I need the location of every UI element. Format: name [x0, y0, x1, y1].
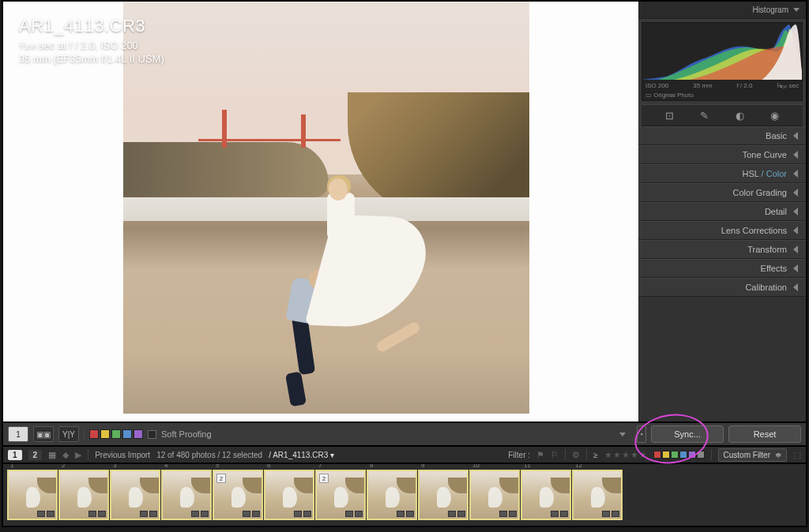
filter-color-chip[interactable] — [662, 451, 670, 459]
panel-section-label: Tone Curve — [743, 150, 787, 159]
main-photo[interactable] — [123, 2, 529, 414]
nav-fwd-icon[interactable]: ▶ — [75, 450, 81, 460]
bridge-graphic — [198, 108, 341, 148]
flag-filter-icon[interactable]: ⚑ — [536, 450, 544, 460]
thumbnail[interactable]: 4 — [162, 470, 211, 519]
collapse-icon — [793, 208, 798, 215]
panel-section-label: Transform — [747, 245, 787, 254]
panel-section-color-grading[interactable]: Color Grading — [638, 183, 806, 202]
panel-section-transform[interactable]: Transform — [638, 240, 806, 259]
color-filter-chips[interactable] — [653, 451, 705, 459]
panel-section-label: HSL / Color — [743, 169, 787, 178]
original-photo-label[interactable]: Original Photo — [645, 92, 694, 99]
panel-section-label: Color Grading — [733, 188, 787, 197]
color-chip[interactable] — [89, 429, 99, 439]
preview-panel[interactable]: AR1_4113.CR3 ¹⁄₃₅₀ sec at f / 2.0, ISO 2… — [3, 2, 638, 421]
heal-tool-icon[interactable]: ✎ — [698, 108, 712, 122]
filter-color-chip[interactable] — [697, 451, 705, 459]
thumb-flags — [472, 511, 517, 517]
panel-section-label: Detail — [765, 207, 787, 216]
rating-filter[interactable]: ★★★★★ — [604, 450, 647, 460]
thumbnail[interactable]: 6 — [265, 470, 314, 519]
redeye-tool-icon[interactable]: ◉ — [768, 108, 782, 122]
collapse-icon — [793, 227, 798, 234]
rating-op[interactable]: ≥ — [593, 451, 598, 459]
thumbnail[interactable]: 8 — [367, 470, 416, 519]
thumb-flags — [524, 511, 568, 517]
sync-button[interactable]: Sync... — [651, 425, 724, 443]
flag-off-icon[interactable]: ⚐ — [551, 450, 559, 460]
thumb-flags — [113, 511, 157, 517]
photo-count: 12 of 480 photos / 12 selected — [156, 451, 262, 459]
panel-section-calibration[interactable]: Calibration — [638, 278, 806, 297]
color-chip[interactable] — [122, 429, 132, 439]
histogram-svg — [642, 23, 802, 80]
filter-color-chip[interactable] — [671, 451, 679, 459]
histogram[interactable]: ISO 200 35 mm f / 2.0 ¹⁄₃₅₀ sec Original… — [642, 22, 803, 101]
panel-section-label: Calibration — [745, 283, 787, 292]
color-chip[interactable] — [134, 429, 143, 439]
checkbox-icon[interactable] — [148, 430, 156, 439]
thumb-index: 11 — [524, 464, 531, 469]
mask-tool-icon[interactable]: ◐ — [732, 108, 747, 122]
crop-tool-icon[interactable]: ⊡ — [662, 108, 676, 122]
filter-preset-dropdown[interactable]: Custom Filter≑ — [718, 448, 787, 462]
subject-woman — [319, 177, 430, 335]
color-label-chips[interactable] — [89, 429, 143, 439]
histo-iso: ISO 200 — [645, 82, 668, 89]
panel-section-detail[interactable]: Detail — [638, 202, 806, 221]
reset-button[interactable]: Reset — [728, 425, 801, 443]
nav-back-icon[interactable]: ◆ — [62, 450, 69, 460]
thumb-flags — [10, 511, 55, 517]
panel-section-basic[interactable]: Basic — [638, 126, 806, 145]
panel-section-lens-corrections[interactable]: Lens Corrections — [638, 221, 806, 240]
stack-badge[interactable]: 2 — [319, 474, 329, 483]
source-label[interactable]: Previous Import — [95, 451, 150, 459]
thumb-index: 1 — [10, 464, 13, 469]
filter-color-chip[interactable] — [653, 451, 661, 459]
tool-strip: ⊡ ✎ ◐ ◉ — [642, 104, 803, 126]
histo-shutter: ¹⁄₃₅₀ sec — [777, 82, 799, 89]
loupe-view-button[interactable]: 1 — [8, 426, 28, 442]
thumbnail[interactable]: 10 — [470, 470, 519, 519]
thumbnail[interactable]: 72 — [316, 470, 365, 519]
secondary-window-badge[interactable]: 2 — [28, 450, 43, 460]
before-after-button[interactable]: Y|Y — [58, 426, 79, 442]
thumb-flags — [267, 511, 311, 517]
filter-settings-icon[interactable]: ⚙ — [572, 450, 580, 460]
compare-view-button[interactable]: ▣▣ — [33, 426, 54, 442]
histogram-label: Histogram — [752, 6, 788, 14]
filter-color-chip[interactable] — [688, 451, 696, 459]
thumb-index: 7 — [318, 464, 322, 469]
thumb-flags — [370, 511, 414, 517]
thumb-flags — [575, 511, 619, 517]
thumb-index: 4 — [164, 464, 167, 469]
panel-section-effects[interactable]: Effects — [638, 259, 806, 278]
thumbnail[interactable]: 9 — [419, 470, 468, 519]
color-chip[interactable] — [100, 429, 110, 439]
filter-label: Filter : — [508, 451, 530, 459]
soft-proofing-toggle[interactable]: Soft Proofing — [148, 429, 212, 439]
thumb-index: 12 — [575, 464, 582, 469]
filter-color-chip[interactable] — [679, 451, 687, 459]
histogram-header[interactable]: Histogram — [638, 2, 806, 19]
overlay-lens: 35 mm (EF35mm f/1.4L II USM) — [19, 53, 164, 65]
thumbnail[interactable]: 3 — [111, 470, 160, 519]
thumbnail[interactable]: 11 — [521, 470, 570, 519]
panel-section-hsl-color[interactable]: HSL / Color — [638, 164, 806, 183]
panel-section-tone-curve[interactable]: Tone Curve — [638, 145, 806, 164]
sync-switch[interactable]: ▪ — [637, 425, 646, 443]
collapse-icon — [793, 283, 798, 291]
thumbnail[interactable]: 2 — [59, 470, 108, 519]
thumbnail[interactable]: 1 — [8, 470, 57, 519]
grid-icon[interactable]: ▦ — [48, 450, 56, 460]
filter-lock-icon[interactable]: ⬚ — [793, 450, 801, 460]
thumbnail[interactable]: 12 — [573, 470, 622, 519]
toolbar-menu-icon[interactable] — [619, 433, 626, 436]
thumb-index: 3 — [113, 464, 116, 469]
color-chip[interactable] — [111, 429, 121, 439]
filmstrip[interactable]: 12345267289101112 — [2, 464, 807, 527]
thumbnail[interactable]: 52 — [213, 470, 262, 519]
stack-badge[interactable]: 2 — [216, 474, 226, 483]
primary-window-badge[interactable]: 1 — [8, 450, 22, 460]
